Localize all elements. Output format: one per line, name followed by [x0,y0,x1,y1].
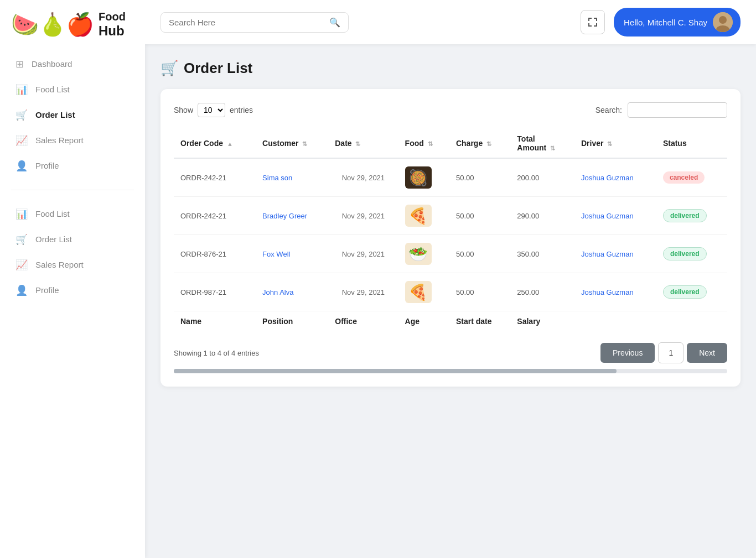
extra-col-salary: Salary [510,311,574,332]
entries-select[interactable]: 10 25 50 [198,103,225,117]
status-badge: delivered [663,247,707,260]
sort-icon-charge: ⇅ [486,140,491,147]
main-area: 🔍 Hello, Mitchell C. Shay [145,0,756,558]
entries-label: entries [230,106,253,114]
expand-icon [588,17,598,27]
sort-icon-food: ⇅ [428,140,433,147]
col-charge[interactable]: Charge ⇅ [449,129,510,158]
extra-col-age: Age [398,311,449,332]
sidebar-item-label: Profile [35,285,59,295]
previous-button[interactable]: Previous [600,343,655,363]
profile-2-icon: 👤 [15,284,28,296]
sidebar-divider [11,190,134,190]
logo-icon: 🍉🍐🍎 [11,13,94,35]
sort-icon-date: ⇅ [355,140,360,147]
cell-order-code: ORDR-987-21 [174,273,256,311]
cell-date: Nov 29, 2021 [328,197,398,235]
table-search-input[interactable] [628,102,727,118]
table-row: ORDR-242-21 Bradley Greer Nov 29, 2021 🍕… [174,197,727,235]
sidebar-item-order-list[interactable]: 🛒 Order List [0,102,145,128]
profile-icon: 👤 [15,160,28,172]
cell-charge: 50.00 [449,235,510,273]
user-greeting: Hello, Mitchell C. Shay [624,18,707,27]
scrollbar-thumb [174,369,617,373]
svg-rect-5 [588,23,589,27]
extra-header-row: Name Position Office Age Start date Sala… [174,311,727,332]
search-input[interactable] [169,18,325,27]
extra-col-position: Position [256,311,328,332]
sidebar-item-label: Profile [35,161,59,170]
cell-driver: Joshua Guzman [574,235,656,273]
table-card: Show 10 25 50 entries Search: [160,89,741,387]
col-order-code[interactable]: Order Code ▲ [174,129,256,158]
col-driver[interactable]: Driver ⇅ [574,129,656,158]
page-number-1[interactable]: 1 [658,342,683,363]
user-button[interactable]: Hello, Mitchell C. Shay [614,8,741,36]
sidebar-item-food-list-2[interactable]: 📊 Food List [0,201,145,227]
logo: 🍉🍐🍎 FoodHub [0,0,145,45]
horizontal-scrollbar[interactable] [174,369,727,373]
search-label: Search: [596,106,622,114]
order-table: Order Code ▲ Customer ⇅ Date ⇅ Food ⇅ Ch [174,129,727,331]
sidebar-item-profile[interactable]: 👤 Profile [0,153,145,179]
col-status: Status [656,129,727,158]
cell-order-code: ORDR-876-21 [174,235,256,273]
extra-col-name: Name [174,311,256,332]
sidebar-item-sales-report[interactable]: 📈 Sales Report [0,128,145,153]
sidebar: 🍉🍐🍎 FoodHub ⊞ Dashboard 📊 Food List 🛒 Or… [0,0,145,558]
sort-icon-order-code: ▲ [227,140,233,147]
sidebar-item-label: Order List [35,234,72,244]
search-box[interactable]: 🔍 [160,12,349,33]
expand-button[interactable] [581,10,605,34]
sidebar-item-label: Sales Report [35,135,84,145]
order-list-page-icon: 🛒 [160,60,178,77]
content-area: 🛒 Order List Show 10 25 50 entries Searc… [145,44,756,558]
cell-date: Nov 29, 2021 [328,158,398,197]
table-search-control: Search: [596,102,727,118]
status-badge: delivered [663,209,707,222]
sidebar-item-label: Dashboard [32,59,72,69]
sidebar-item-label: Sales Report [35,260,84,269]
table-header-row: Order Code ▲ Customer ⇅ Date ⇅ Food ⇅ Ch [174,129,727,158]
cell-customer: Bradley Greer [256,197,328,235]
svg-point-9 [719,16,727,24]
cell-status: canceled [656,158,727,197]
sidebar-item-profile-2[interactable]: 👤 Profile [0,278,145,303]
extra-col-office: Office [328,311,398,332]
sidebar-bottom-nav: 📊 Food List 🛒 Order List 📈 Sales Report … [0,195,145,310]
col-food[interactable]: Food ⇅ [398,129,449,158]
cell-total-amount: 250.00 [510,273,574,311]
table-controls: Show 10 25 50 entries Search: [174,102,727,118]
cell-total-amount: 290.00 [510,197,574,235]
cell-total-amount: 350.00 [510,235,574,273]
cell-date: Nov 29, 2021 [328,235,398,273]
table-row: ORDR-242-21 Sima son Nov 29, 2021 🥘 50.0… [174,158,727,197]
table-row: ORDR-876-21 Fox Well Nov 29, 2021 🥗 50.0… [174,235,727,273]
col-customer[interactable]: Customer ⇅ [256,129,328,158]
table-footer: Showing 1 to 4 of 4 entries Previous 1 N… [174,342,727,363]
sort-icon-total: ⇅ [550,145,555,152]
sidebar-item-sales-report-2[interactable]: 📈 Sales Report [0,252,145,278]
sidebar-item-food-list[interactable]: 📊 Food List [0,77,145,102]
avatar-image [713,12,733,32]
header: 🔍 Hello, Mitchell C. Shay [145,0,756,44]
svg-rect-1 [588,18,589,21]
sidebar-item-dashboard[interactable]: ⊞ Dashboard [0,51,145,77]
svg-rect-3 [596,18,597,21]
sidebar-item-label: Food List [35,209,70,218]
cell-food: 🥗 [398,235,449,273]
col-date[interactable]: Date ⇅ [328,129,398,158]
show-label: Show [174,106,193,114]
sidebar-item-order-list-2[interactable]: 🛒 Order List [0,227,145,252]
page-title: 🛒 Order List [160,60,741,77]
cell-driver: Joshua Guzman [574,197,656,235]
extra-col-start-date: Start date [449,311,510,332]
next-button[interactable]: Next [687,343,727,363]
status-badge: delivered [663,285,707,299]
order-list-icon: 🛒 [15,109,28,121]
cell-charge: 50.00 [449,197,510,235]
col-total-amount[interactable]: TotalAmount ⇅ [510,129,574,158]
cell-customer: John Alva [256,273,328,311]
sort-icon-customer: ⇅ [302,140,307,147]
sidebar-item-label: Food List [35,85,70,94]
